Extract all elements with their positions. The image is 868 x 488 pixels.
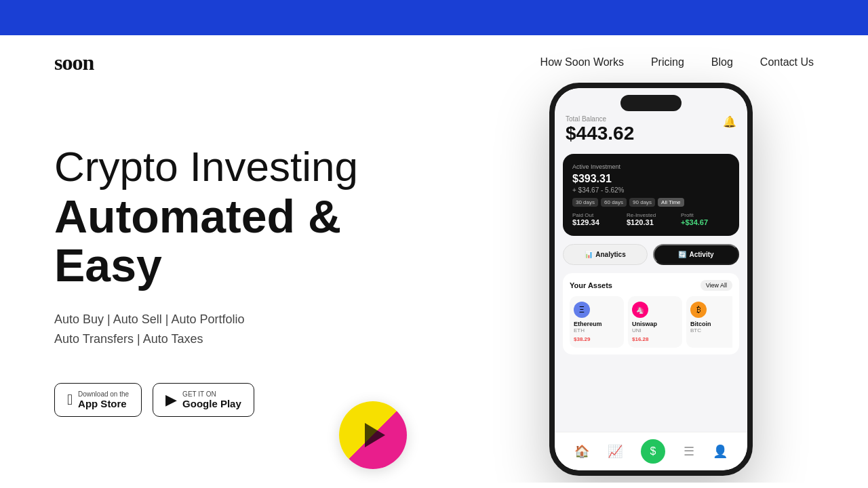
tab-30days[interactable]: 30 days [572, 198, 598, 207]
active-investment-label: Active Investment [572, 163, 730, 170]
activity-label: Activity [689, 251, 713, 258]
card-tabs: 30 days 60 days 90 days All Time [572, 198, 730, 207]
nav-contact-us[interactable]: Contact Us [760, 56, 814, 68]
hero-text: Crypto Investing Automated &Easy Auto Bu… [54, 130, 472, 437]
googleplay-small-text: GET IT ON [182, 390, 241, 398]
btc-symbol: BTC [690, 327, 732, 333]
apple-icon:  [67, 391, 73, 409]
hero-subtitle-line2: Auto Transfers | Auto Taxes [54, 332, 203, 346]
balance-label: Total Balance [566, 115, 634, 123]
phone-assets: Your Assets View All Ξ Ethereum ETH $38.… [563, 273, 739, 354]
reinvested-label: Re-Invested [627, 212, 675, 218]
profit-label: Profit [681, 212, 730, 218]
dollar-nav-icon[interactable]: $ [641, 439, 665, 464]
googleplay-icon: ▶ [165, 391, 177, 409]
eth-icon: Ξ [574, 302, 590, 318]
profit-value: +$34.67 [681, 218, 730, 226]
paid-out-label: Paid Out [572, 212, 621, 218]
asset-item-btc: ₿ Bitcoin BTC [686, 296, 732, 348]
paid-out-value: $129.34 [572, 218, 621, 226]
appstore-name: App Store [78, 398, 129, 409]
analytics-icon: 📊 [585, 251, 593, 258]
asset-item-uni: 🦄 Uniswap UNI $16.28 [628, 296, 682, 348]
analytics-label: Analytics [595, 251, 625, 258]
active-investment-change: + $34.67 - 5.62% [572, 186, 730, 194]
nav-links: How Soon Works Pricing Blog Contact Us [540, 56, 814, 68]
reinvested-value: $120.31 [627, 218, 675, 226]
cta-buttons:  Download on the App Store ▶ GET IT ON … [54, 383, 472, 417]
profile-nav-icon[interactable]: 👤 [713, 444, 728, 459]
active-investment-value: $393.31 [572, 173, 730, 185]
phone-container: Total Balance $443.62 🔔 Active Investmen… [434, 83, 868, 476]
play-triangle-icon [365, 423, 385, 447]
balance-amount: $443.62 [566, 123, 634, 144]
hero-title-light: Crypto Investing [54, 144, 472, 190]
phone-bottom-nav: 🏠 📈 $ ☰ 👤 [555, 432, 747, 470]
reinvested-stat: Re-Invested $120.31 [627, 212, 675, 226]
uni-symbol: UNI [632, 327, 678, 333]
hero-title-bold: Automated &Easy [54, 192, 472, 289]
navbar: soon How Soon Works Pricing Blog Contact… [0, 35, 868, 89]
assets-header: Your Assets View All [570, 280, 732, 291]
phone-notch [620, 95, 682, 111]
tab-60days[interactable]: 60 days [601, 198, 627, 207]
assets-title: Your Assets [570, 281, 612, 289]
uni-price: $16.28 [632, 336, 678, 342]
tab-90days[interactable]: 90 days [629, 198, 655, 207]
eth-price: $38.29 [574, 336, 620, 342]
phone-mockup: Total Balance $443.62 🔔 Active Investmen… [549, 83, 753, 476]
logo[interactable]: soon [54, 50, 94, 75]
active-investment-card: Active Investment $393.31 + $34.67 - 5.6… [563, 154, 739, 236]
eth-symbol: ETH [574, 327, 620, 333]
appstore-text: Download on the App Store [78, 390, 129, 409]
view-all-button[interactable]: View All [701, 280, 732, 291]
uni-icon: 🦄 [632, 302, 648, 318]
appstore-button[interactable]:  Download on the App Store [54, 383, 142, 417]
phone-actions: 📊 Analytics 🔄 Activity [563, 244, 739, 265]
asset-list: Ξ Ethereum ETH $38.29 🦄 Uniswap UNI $16.… [570, 296, 732, 348]
play-button[interactable] [339, 401, 407, 469]
hero-section: Crypto Investing Automated &Easy Auto Bu… [0, 89, 868, 483]
activity-icon: 🔄 [678, 251, 686, 258]
asset-item-eth: Ξ Ethereum ETH $38.29 [570, 296, 624, 348]
eth-name: Ethereum [574, 321, 620, 327]
googleplay-name: Google Play [182, 398, 241, 409]
balance-section: Total Balance $443.62 [566, 115, 634, 144]
googleplay-button[interactable]: ▶ GET IT ON Google Play [153, 383, 254, 417]
uni-name: Uniswap [632, 321, 678, 327]
paid-out-stat: Paid Out $129.34 [572, 212, 621, 226]
activity-button[interactable]: 🔄 Activity [653, 244, 739, 265]
btc-icon: ₿ [690, 302, 707, 318]
card-stats: Paid Out $129.34 Re-Invested $120.31 Pro… [572, 212, 730, 226]
list-nav-icon[interactable]: ☰ [684, 444, 694, 459]
tab-alltime[interactable]: All Time [658, 198, 684, 207]
nav-how-soon-works[interactable]: How Soon Works [540, 56, 624, 68]
top-bar [0, 0, 868, 35]
phone-screen: Total Balance $443.62 🔔 Active Investmen… [555, 88, 747, 470]
btc-name: Bitcoin [690, 321, 732, 327]
hero-subtitle: Auto Buy | Auto Sell | Auto Portfolio Au… [54, 310, 472, 349]
analytics-button[interactable]: 📊 Analytics [563, 244, 648, 265]
googleplay-text: GET IT ON Google Play [182, 390, 241, 409]
nav-blog[interactable]: Blog [711, 56, 733, 68]
nav-pricing[interactable]: Pricing [651, 56, 684, 68]
logo-text: soon [54, 50, 94, 75]
chart-nav-icon[interactable]: 📈 [608, 444, 623, 459]
bell-icon: 🔔 [723, 115, 736, 128]
appstore-small-text: Download on the [78, 390, 129, 398]
profit-stat: Profit +$34.67 [681, 212, 730, 226]
hero-subtitle-line1: Auto Buy | Auto Sell | Auto Portfolio [54, 312, 245, 326]
home-nav-icon[interactable]: 🏠 [574, 444, 589, 459]
